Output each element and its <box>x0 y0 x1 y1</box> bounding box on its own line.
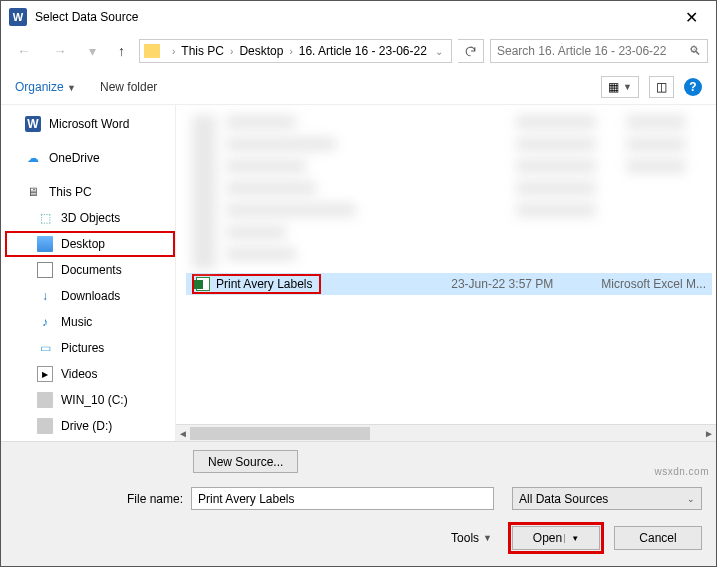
close-icon[interactable]: ✕ <box>675 4 708 31</box>
sidebar-item-label: Music <box>61 315 92 329</box>
history-dropdown-icon[interactable]: ▾ <box>81 39 104 63</box>
cube-icon: ⬚ <box>37 210 53 226</box>
cloud-icon: ☁ <box>25 150 41 166</box>
folder-icon <box>144 44 160 58</box>
file-date: 23-Jun-22 3:57 PM <box>451 277 553 291</box>
chevron-right-icon[interactable]: › <box>230 46 233 57</box>
scroll-right-icon[interactable]: ► <box>702 428 716 439</box>
sidebar-item-label: Downloads <box>61 289 120 303</box>
sidebar-item-documents[interactable]: Documents <box>5 257 175 283</box>
file-row[interactable]: Print Avery Labels 23-Jun-22 3:57 PM Mic… <box>186 273 712 295</box>
crumb-folder[interactable]: 16. Article 16 - 23-06-22 <box>299 44 427 58</box>
word-app-icon: W <box>9 8 27 26</box>
back-button[interactable]: ← <box>9 39 39 63</box>
file-name: Print Avery Labels <box>216 277 313 291</box>
forward-button: → <box>45 39 75 63</box>
new-folder-button[interactable]: New folder <box>100 80 157 94</box>
sidebar-item-onedrive[interactable]: ☁OneDrive <box>5 145 175 171</box>
open-button[interactable]: Open ▼ <box>512 526 600 550</box>
title-bar: W Select Data Source ✕ <box>1 1 716 33</box>
crumb-desktop[interactable]: Desktop <box>239 44 283 58</box>
scrollbar-thumb[interactable] <box>190 427 370 440</box>
sidebar-item-ddrive[interactable]: Drive (D:) <box>5 413 175 439</box>
file-name-label: File name: <box>15 492 183 506</box>
sidebar-item-videos[interactable]: ▶Videos <box>5 361 175 387</box>
toolbar: Organize ▼ New folder ▦▼ ◫ ? <box>1 69 716 105</box>
file-list[interactable]: Print Avery Labels 23-Jun-22 3:57 PM Mic… <box>176 105 716 424</box>
sidebar-item-label: Documents <box>61 263 122 277</box>
word-icon: W <box>25 116 41 132</box>
new-source-button[interactable]: New Source... <box>193 450 298 473</box>
organize-menu[interactable]: Organize ▼ <box>15 80 76 94</box>
preview-button[interactable]: ◫ <box>649 76 674 98</box>
file-type: Microsoft Excel M... <box>601 277 706 291</box>
search-input[interactable] <box>497 44 683 58</box>
sidebar-item-label: Desktop <box>61 237 105 251</box>
sidebar-item-cdrive[interactable]: WIN_10 (C:) <box>5 387 175 413</box>
chevron-right-icon[interactable]: › <box>289 46 292 57</box>
refresh-button[interactable] <box>458 39 484 63</box>
sidebar-item-label: Videos <box>61 367 97 381</box>
sidebar-item-label: Drive (D:) <box>61 419 112 433</box>
chevron-down-icon: ▼ <box>67 83 76 93</box>
music-icon: ♪ <box>37 314 53 330</box>
sidebar-item-word[interactable]: WMicrosoft Word <box>5 111 175 137</box>
sidebar-item-desktop[interactable]: Desktop <box>5 231 175 257</box>
drive-icon <box>37 392 53 408</box>
sidebar-item-3d-objects[interactable]: ⬚3D Objects <box>5 205 175 231</box>
sidebar-item-label: This PC <box>49 185 92 199</box>
sidebar-item-label: Pictures <box>61 341 104 355</box>
preview-icon: ◫ <box>656 80 667 94</box>
video-icon: ▶ <box>37 366 53 382</box>
chevron-right-icon[interactable]: › <box>172 46 175 57</box>
dialog-title: Select Data Source <box>35 10 675 24</box>
sidebar-item-pictures[interactable]: ▭Pictures <box>5 335 175 361</box>
breadcrumb[interactable]: › This PC › Desktop › 16. Article 16 - 2… <box>139 39 452 63</box>
file-type-filter[interactable]: All Data Sources⌄ <box>512 487 702 510</box>
sidebar-item-this-pc[interactable]: 🖥︎This PC <box>5 179 175 205</box>
chevron-down-icon: ▼ <box>483 533 492 543</box>
chevron-down-icon: ▼ <box>623 82 632 92</box>
scroll-left-icon[interactable]: ◄ <box>176 428 190 439</box>
document-icon <box>37 262 53 278</box>
up-button[interactable]: ↑ <box>110 39 133 63</box>
drive-icon <box>37 418 53 434</box>
nav-bar: ← → ▾ ↑ › This PC › Desktop › 16. Articl… <box>1 33 716 69</box>
bottom-panel: New Source... File name: All Data Source… <box>1 441 716 566</box>
sidebar-item-downloads[interactable]: ↓Downloads <box>5 283 175 309</box>
desktop-icon <box>37 236 53 252</box>
sidebar: WMicrosoft Word ☁OneDrive 🖥︎This PC ⬚3D … <box>1 105 176 441</box>
cancel-button[interactable]: Cancel <box>614 526 702 550</box>
refresh-icon <box>464 45 477 58</box>
watermark: wsxdn.com <box>654 466 709 477</box>
chevron-down-icon: ⌄ <box>687 494 695 504</box>
sidebar-item-label: 3D Objects <box>61 211 120 225</box>
crumb-this-pc[interactable]: This PC <box>181 44 224 58</box>
search-icon[interactable]: 🔍︎ <box>689 44 701 58</box>
sidebar-item-label: OneDrive <box>49 151 100 165</box>
filter-label: All Data Sources <box>519 492 608 506</box>
horizontal-scrollbar[interactable]: ◄ ► <box>176 424 716 441</box>
excel-icon <box>196 277 210 291</box>
chevron-down-icon: ▼ <box>564 534 579 543</box>
chevron-down-icon[interactable]: ⌄ <box>435 46 443 57</box>
view-button[interactable]: ▦▼ <box>601 76 639 98</box>
view-icon: ▦ <box>608 80 619 94</box>
search-box[interactable]: 🔍︎ <box>490 39 708 63</box>
file-name-input[interactable] <box>191 487 494 510</box>
sidebar-item-music[interactable]: ♪Music <box>5 309 175 335</box>
sidebar-item-label: Microsoft Word <box>49 117 129 131</box>
help-icon[interactable]: ? <box>684 78 702 96</box>
pc-icon: 🖥︎ <box>25 184 41 200</box>
sidebar-item-label: WIN_10 (C:) <box>61 393 128 407</box>
download-icon: ↓ <box>37 288 53 304</box>
tools-menu[interactable]: Tools▼ <box>451 531 492 545</box>
picture-icon: ▭ <box>37 340 53 356</box>
